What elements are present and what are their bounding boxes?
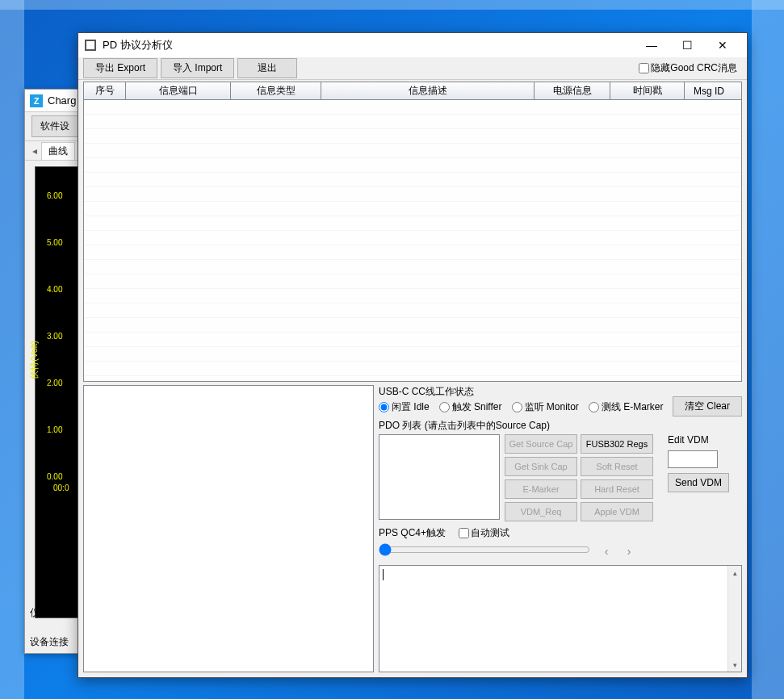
slider-row: ‹ › bbox=[379, 543, 742, 559]
bottom-section: USB-C CC线工作状态 闲置 Idle 触发 Sniffer 监听 M bbox=[78, 383, 747, 677]
bg-settings-button[interactable]: 软件设 bbox=[31, 115, 78, 137]
edit-vdm-label: Edit VDM bbox=[668, 434, 729, 446]
exit-button[interactable]: 退出 bbox=[237, 58, 297, 78]
maximize-button[interactable]: ☐ bbox=[669, 34, 705, 57]
auto-test-input[interactable] bbox=[459, 528, 469, 538]
import-button[interactable]: 导入 Import bbox=[161, 58, 234, 78]
col-power[interactable]: 电源信息 bbox=[535, 82, 610, 99]
apple-vdm-button[interactable]: Apple VDM bbox=[581, 502, 653, 521]
scroll-up-icon[interactable]: ▴ bbox=[728, 566, 741, 580]
bg-app-icon: Z bbox=[30, 94, 43, 107]
emarker-button[interactable]: E-Marker bbox=[505, 479, 577, 499]
bg-tick: 5.00 bbox=[47, 238, 62, 247]
export-button[interactable]: 导出 Export bbox=[83, 58, 157, 78]
app-icon bbox=[85, 40, 96, 51]
send-vdm-button[interactable]: Send VDM bbox=[668, 473, 729, 492]
cc-mode-radios: 闲置 Idle 触发 Sniffer 监听 Monitor 测线 E- bbox=[379, 400, 673, 414]
window-title: PD 协议分析仪 bbox=[103, 38, 634, 52]
text-cursor bbox=[383, 569, 384, 580]
col-seq[interactable]: 序号 bbox=[84, 82, 126, 99]
col-port[interactable]: 信息端口 bbox=[126, 82, 231, 99]
cc-status-label: USB-C CC线工作状态 bbox=[379, 385, 673, 399]
titlebar[interactable]: PD 协议分析仪 — ☐ ✕ bbox=[78, 33, 747, 57]
pps-label: PPS QC4+触发 bbox=[379, 526, 446, 540]
vdm-input[interactable] bbox=[668, 450, 718, 468]
log-textarea[interactable]: ▴ ▾ bbox=[379, 565, 742, 672]
col-msgid[interactable]: Msg ID bbox=[685, 82, 733, 99]
bg-tab-curve[interactable]: 曲线 bbox=[41, 142, 75, 160]
table-body[interactable] bbox=[84, 100, 741, 381]
pps-slider[interactable] bbox=[379, 543, 590, 559]
pdo-list-label: PDO 列表 (请点击列表中的Source Cap) bbox=[379, 419, 742, 433]
hard-reset-button[interactable]: Hard Reset bbox=[581, 479, 653, 499]
bg-tick: 3.00 bbox=[47, 332, 62, 341]
toolbar: 导出 Export 导入 Import 退出 隐藏Good CRC消息 bbox=[78, 57, 747, 80]
bg-chart: 伏特(Volt) 6.00 5.00 4.00 3.00 2.00 1.00 0… bbox=[35, 166, 83, 618]
close-button[interactable]: ✕ bbox=[705, 34, 740, 57]
bg-tick: 6.00 bbox=[47, 191, 62, 200]
bg-tick: 2.00 bbox=[47, 379, 62, 387]
radio-monitor[interactable]: 监听 Monitor bbox=[512, 400, 579, 414]
table-header: 序号 信息端口 信息类型 信息描述 电源信息 时间戳 Msg ID bbox=[84, 82, 741, 100]
fusb302-regs-button[interactable]: FUSB302 Regs bbox=[581, 434, 653, 454]
col-type[interactable]: 信息类型 bbox=[231, 82, 321, 99]
bg-chart-ylabel: 伏特(Volt) bbox=[28, 341, 40, 379]
main-window: PD 协议分析仪 — ☐ ✕ 导出 Export 导入 Import 退出 隐藏… bbox=[78, 32, 748, 678]
radio-emarker-input[interactable] bbox=[589, 402, 599, 412]
bg-title: Charg bbox=[48, 94, 76, 107]
radio-sniffer[interactable]: 触发 Sniffer bbox=[439, 400, 502, 414]
pdo-section: Get Source Cap FUSB302 Regs Get Sink Cap… bbox=[379, 434, 653, 521]
col-desc[interactable]: 信息描述 bbox=[321, 82, 535, 99]
radio-emarker[interactable]: 测线 E-Marker bbox=[589, 400, 664, 414]
hide-crc-label: 隐藏Good CRC消息 bbox=[651, 61, 737, 75]
hide-crc-input[interactable] bbox=[639, 63, 649, 73]
right-panel: USB-C CC线工作状态 闲置 Idle 触发 Sniffer 监听 M bbox=[379, 385, 742, 672]
radio-monitor-input[interactable] bbox=[512, 402, 522, 412]
get-sink-cap-button[interactable]: Get Sink Cap bbox=[505, 457, 577, 476]
bg-status-conn: 设备连接 bbox=[30, 635, 69, 649]
bg-xtick: 00:0 bbox=[53, 483, 69, 492]
auto-test-checkbox[interactable]: 自动测试 bbox=[459, 526, 509, 540]
vdm-section: Edit VDM Send VDM bbox=[668, 434, 729, 526]
slider-next-icon[interactable]: › bbox=[621, 545, 637, 558]
radio-idle-input[interactable] bbox=[379, 402, 389, 412]
slider-prev-icon[interactable]: ‹ bbox=[598, 545, 614, 558]
scroll-down-icon[interactable]: ▾ bbox=[728, 658, 741, 672]
slider-nav: ‹ › bbox=[598, 545, 637, 558]
bg-tick: 4.00 bbox=[47, 285, 62, 294]
bg-tick: 0.00 bbox=[47, 472, 62, 481]
pps-slider-input[interactable] bbox=[379, 543, 590, 556]
bg-status-temp: 仪表核温: bbox=[30, 606, 71, 620]
minimize-button[interactable]: — bbox=[634, 34, 669, 57]
soft-reset-button[interactable]: Soft Reset bbox=[581, 457, 653, 476]
col-time[interactable]: 时间戳 bbox=[610, 82, 685, 99]
pdo-listbox[interactable] bbox=[379, 434, 500, 520]
pps-row: PPS QC4+触发 自动测试 bbox=[379, 526, 742, 540]
window-controls: — ☐ ✕ bbox=[634, 34, 740, 57]
action-button-grid: Get Source Cap FUSB302 Regs Get Sink Cap… bbox=[505, 434, 653, 521]
vdm-req-button[interactable]: VDM_Req bbox=[505, 502, 577, 521]
hide-crc-checkbox[interactable]: 隐藏Good CRC消息 bbox=[639, 61, 737, 75]
get-source-cap-button[interactable]: Get Source Cap bbox=[505, 434, 577, 454]
clear-button[interactable]: 清空 Clear bbox=[673, 396, 742, 416]
radio-idle[interactable]: 闲置 Idle bbox=[379, 400, 430, 414]
left-panel[interactable] bbox=[83, 385, 374, 672]
message-table: 序号 信息端口 信息类型 信息描述 电源信息 时间戳 Msg ID bbox=[83, 82, 742, 382]
radio-sniffer-input[interactable] bbox=[439, 402, 450, 412]
bg-tick: 1.00 bbox=[47, 425, 62, 434]
bg-tab-prev-icon[interactable]: ◂ bbox=[28, 145, 41, 157]
scrollbar[interactable]: ▴ ▾ bbox=[727, 566, 741, 672]
